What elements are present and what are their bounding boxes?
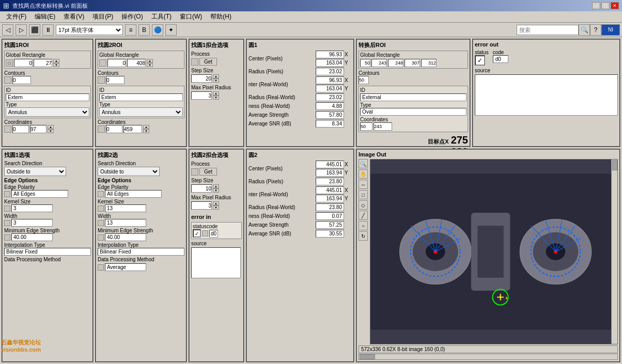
search-input[interactable]	[517, 25, 579, 35]
find2-rect-v1[interactable]: 0	[107, 59, 126, 67]
img-select-tool[interactable]: ↔	[359, 180, 368, 189]
circle1-panel: 圆1 Center (Pixels) 96.93 X 163.04 Y	[246, 39, 354, 147]
img-ellipse-tool[interactable]: ○	[359, 221, 368, 230]
find1-width-icon	[4, 220, 10, 226]
find1-step-spindn[interactable]: ▼	[213, 78, 219, 83]
transform-rect-v4[interactable]: 312	[421, 59, 437, 67]
find1-get-button[interactable]: Get	[199, 58, 217, 66]
find1-rect-v1[interactable]: 0	[14, 59, 33, 67]
find1-step-spinup[interactable]: ▲	[213, 74, 219, 78]
find2-coord-v1[interactable]: 0	[106, 125, 122, 133]
find1-coord-spinup[interactable]: ▲	[48, 125, 54, 129]
menu-help[interactable]: 帮助(H)	[206, 11, 236, 22]
menu-file[interactable]: 文件(F)	[2, 11, 30, 22]
find1-polarity-icon	[4, 191, 10, 197]
toolbar-pause[interactable]: ⏸	[42, 24, 54, 36]
font-selector[interactable]: 17pt 系统字体	[56, 25, 123, 35]
find2-dataproc-icon	[98, 264, 104, 271]
circle2-cy: 163.94	[316, 169, 344, 177]
image-scrollbar-h[interactable]	[359, 354, 618, 360]
find1-kernel-icon	[4, 205, 10, 212]
error-out-label: error out	[475, 41, 618, 48]
find1-maxrad-input[interactable]: 3	[191, 91, 212, 100]
menu-tools[interactable]: 工具(T)	[147, 11, 176, 22]
find2-contours-icon	[98, 76, 105, 84]
find1-coord-spindn[interactable]: ▼	[48, 129, 54, 133]
find1-maxrad-spindn[interactable]: ▼	[213, 96, 219, 100]
find2-type-select[interactable]: Annulus	[99, 107, 183, 117]
transform-coord-v0[interactable]: 50	[360, 122, 372, 131]
find2-get-button[interactable]: Get	[199, 168, 217, 176]
transform-rect-v0[interactable]: 50	[360, 59, 370, 67]
circle2-as: 57.25	[316, 221, 344, 229]
find2-rect-spindn[interactable]: ▼	[147, 63, 153, 67]
transform-rect-v3[interactable]: 307	[405, 59, 420, 67]
menu-view[interactable]: 查看(V)	[59, 11, 88, 22]
circle1-crx: 96.93	[316, 76, 344, 84]
find1-options-panel: 找圆1选项 Search Direction Outside to Edge O…	[2, 149, 94, 362]
find2-edge-options-label: Edge Options	[98, 178, 184, 183]
toolbar-forward[interactable]: ▷	[15, 24, 27, 36]
toolbar-back[interactable]: ◁	[2, 24, 13, 36]
find2-coord-spindn[interactable]: ▼	[143, 129, 149, 133]
find2-maxrad-spindn[interactable]: ▼	[213, 205, 219, 210]
img-rotate-tool[interactable]: ↻	[359, 231, 368, 241]
find1-rect-spindn[interactable]: ▼	[53, 63, 59, 67]
scroll-thumb-h[interactable]	[360, 354, 375, 359]
help-icon[interactable]: ?	[590, 24, 601, 36]
find2-minedge-icon	[98, 234, 104, 241]
find2-step-spindn[interactable]: ▼	[213, 188, 219, 193]
close-button[interactable]: ✕	[611, 2, 619, 9]
find2-searchdir-select[interactable]: Outside to	[98, 167, 160, 176]
find2-width-label: Width	[98, 213, 184, 219]
img-polygon-tool[interactable]: ◇	[359, 200, 368, 210]
find2-coord-spinup[interactable]: ▲	[143, 125, 149, 129]
img-zoom-tool[interactable]: 🔍	[359, 159, 368, 168]
find2-step-input[interactable]: 10	[191, 184, 212, 193]
find1-coord-v2[interactable]: 97	[30, 125, 46, 133]
find1-roi-label: 找圆1ROI	[4, 41, 91, 49]
toolbar-align[interactable]: ≡	[125, 24, 136, 36]
find1-step-input[interactable]: 20	[191, 74, 212, 83]
toolbar-abort[interactable]: ⬛	[29, 24, 40, 36]
find1-contours-val[interactable]: 0	[12, 76, 31, 84]
transform-rect-v2[interactable]: 248	[388, 59, 403, 67]
find2-contours-val[interactable]: 0	[106, 76, 125, 84]
circle1-cy: 163.04	[316, 59, 344, 67]
find2-options-panel: 找圆2选 Search Direction Outside to Edge Op…	[95, 149, 187, 362]
toolbar-color[interactable]: 🔵	[152, 24, 163, 36]
image-svg: +	[370, 160, 617, 344]
img-rect-tool[interactable]: □	[359, 190, 368, 199]
transform-coord-v1[interactable]: 243	[374, 122, 392, 131]
menu-edit[interactable]: 编辑(E)	[30, 11, 59, 22]
circle2-cry: 163.94	[316, 195, 344, 202]
circle2-snr-label: Average SNR (dB)	[248, 231, 316, 236]
img-pan-tool[interactable]: ✋	[359, 169, 368, 179]
find1-type-select[interactable]: Annulus	[6, 107, 89, 117]
find1-searchdir-select[interactable]: Outside to	[4, 167, 66, 176]
image-scrollbar-v[interactable]	[611, 160, 617, 344]
img-line-tool[interactable]: ╱	[359, 211, 368, 220]
find2-step-spinup[interactable]: ▲	[213, 184, 219, 188]
minimize-button[interactable]: ─	[592, 2, 600, 9]
search-icon[interactable]: 🔍	[579, 24, 590, 36]
toolbar-bold[interactable]: B	[138, 24, 150, 36]
toolbar-special[interactable]: ✦	[165, 24, 177, 36]
circle1-center-rw-label: nter (Real-World)	[248, 82, 316, 87]
menu-project[interactable]: 项目(P)	[88, 11, 117, 22]
find2-maxrad-spinup[interactable]: ▲	[213, 201, 219, 205]
find1-coord-v1[interactable]: 0	[12, 125, 29, 133]
find1-rect-v2[interactable]: 27	[34, 59, 52, 67]
maximize-button[interactable]: □	[601, 2, 610, 9]
find2-rect-v2[interactable]: 408	[127, 59, 146, 67]
transform-contours-val[interactable]: 50	[359, 76, 369, 84]
menu-window[interactable]: 窗口(W)	[176, 11, 206, 22]
find1-rect-spinup[interactable]: ▲	[53, 59, 59, 63]
find1-maxrad-spinup[interactable]: ▲	[213, 91, 219, 96]
scroll-thumb-v[interactable]	[612, 160, 617, 170]
find2-maxrad-input[interactable]: 3	[191, 201, 212, 210]
find2-rect-spinup[interactable]: ▲	[147, 59, 153, 63]
find2-coord-v2[interactable]: 459	[123, 125, 142, 133]
menu-operate[interactable]: 操作(O)	[117, 11, 147, 22]
transform-rect-v1[interactable]: 243	[371, 59, 387, 67]
